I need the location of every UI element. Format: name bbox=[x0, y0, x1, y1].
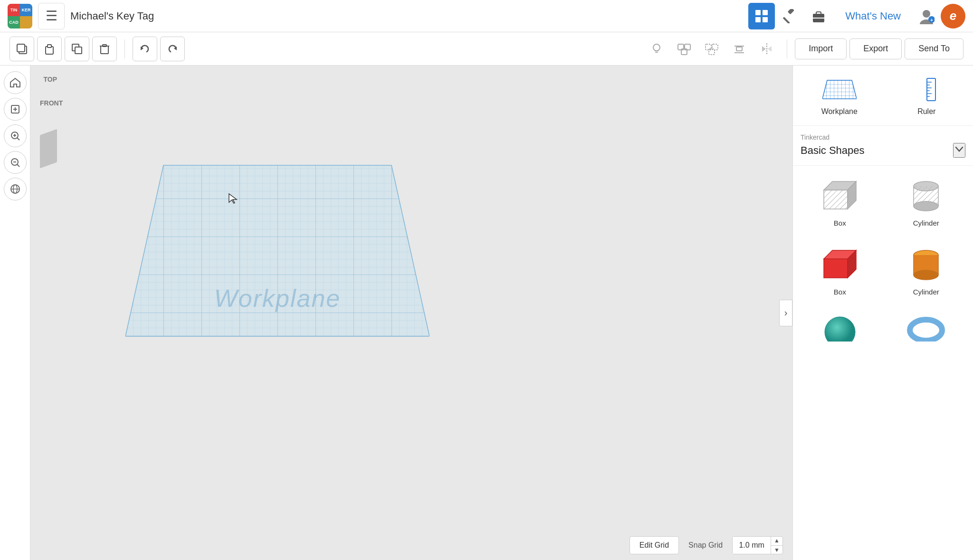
shape-selector-row: Basic Shapes bbox=[801, 143, 965, 158]
chevron-right-icon: › bbox=[784, 307, 788, 318]
user-area: + e bbox=[914, 4, 965, 28]
shape-item-cylinder-orange[interactable]: Cylinder bbox=[883, 235, 970, 304]
shape-label-cylinder-orange: Cylinder bbox=[913, 288, 939, 296]
delete-icon bbox=[98, 43, 111, 55]
shape-grid: Box bbox=[793, 166, 973, 342]
shape-icon-box-grey bbox=[816, 173, 864, 216]
whats-new-button[interactable]: What's New bbox=[838, 10, 908, 22]
shape-icon-box-red bbox=[816, 242, 864, 285]
ruler-tool-icon bbox=[909, 75, 944, 104]
shape-icon-torus-blue bbox=[902, 311, 950, 342]
snap-grid-label: Snap Grid bbox=[688, 541, 723, 550]
svg-line-45 bbox=[17, 164, 19, 167]
redo-button[interactable] bbox=[160, 37, 185, 61]
workplane-grid-container[interactable]: Workplane bbox=[125, 161, 429, 341]
align-button[interactable] bbox=[727, 37, 752, 61]
mirror-button[interactable] bbox=[754, 37, 779, 61]
snap-grid-up-button[interactable]: ▲ bbox=[771, 536, 782, 545]
redo-icon bbox=[166, 43, 179, 55]
svg-rect-14 bbox=[17, 44, 25, 52]
bulb-icon bbox=[650, 42, 663, 56]
user-profile-button[interactable]: + bbox=[914, 4, 939, 28]
send-to-button[interactable]: Send To bbox=[905, 38, 963, 59]
snap-grid-down-button[interactable]: ▼ bbox=[771, 545, 782, 555]
canvas-area[interactable]: TOP FRONT bbox=[30, 66, 792, 560]
snap-grid-input[interactable] bbox=[733, 536, 771, 554]
svg-rect-16 bbox=[48, 45, 51, 47]
delete-button[interactable] bbox=[92, 37, 117, 61]
svg-point-74 bbox=[914, 201, 938, 211]
shape-label-box-grey: Box bbox=[834, 219, 846, 227]
cube-top-label: TOP bbox=[43, 76, 57, 83]
fit-view-button[interactable] bbox=[4, 98, 27, 121]
hammer-icon bbox=[783, 9, 797, 23]
cube-front-face[interactable]: FRONT bbox=[40, 99, 78, 132]
svg-point-83 bbox=[825, 317, 855, 342]
light-button[interactable] bbox=[644, 37, 669, 61]
svg-point-24 bbox=[653, 44, 660, 51]
projects-button[interactable] bbox=[805, 3, 832, 29]
shape-icon-cylinder-orange bbox=[902, 242, 950, 285]
svg-rect-1 bbox=[763, 10, 768, 15]
toolbar-divider-2 bbox=[787, 39, 787, 58]
svg-rect-56 bbox=[822, 76, 857, 103]
workplane-tool-icon bbox=[822, 75, 857, 104]
logo[interactable]: TIN KER CAD bbox=[8, 4, 32, 28]
shape-item-cylinder-grey[interactable]: Cylinder bbox=[883, 166, 970, 235]
panel-collapse-button[interactable]: › bbox=[779, 300, 792, 326]
align-icon bbox=[733, 42, 746, 56]
top-bar: TIN KER CAD ☰ Michael's Key Tag bbox=[0, 0, 973, 32]
ungroup-icon bbox=[705, 42, 719, 56]
svg-rect-2 bbox=[755, 17, 761, 22]
paste-button[interactable] bbox=[37, 37, 62, 61]
svg-point-82 bbox=[914, 270, 938, 280]
shape-icon-cylinder-grey bbox=[902, 173, 950, 216]
shape-icon-sphere-teal bbox=[816, 311, 864, 342]
import-button[interactable]: Import bbox=[795, 38, 847, 59]
workplane-tool[interactable]: Workplane bbox=[801, 75, 878, 116]
mirror-icon bbox=[760, 42, 773, 56]
svg-rect-53 bbox=[125, 161, 429, 341]
shape-item-sphere-teal[interactable] bbox=[797, 304, 883, 342]
edit-grid-button[interactable]: Edit Grid bbox=[630, 536, 679, 554]
shape-library-selector: Tinkercad Basic Shapes bbox=[793, 126, 973, 166]
perspective-button[interactable] bbox=[4, 178, 27, 200]
build-view-button[interactable] bbox=[777, 3, 803, 29]
export-button[interactable]: Export bbox=[849, 38, 902, 59]
duplicate-button[interactable] bbox=[65, 37, 89, 61]
ungroup-button[interactable] bbox=[699, 37, 724, 61]
undo-icon bbox=[139, 43, 151, 55]
svg-rect-18 bbox=[75, 47, 82, 54]
panel-tools: Workplane Ruler bbox=[793, 66, 973, 126]
view-cube[interactable]: TOP FRONT bbox=[40, 75, 97, 132]
left-sidebar bbox=[0, 66, 30, 560]
workplane-icon bbox=[822, 76, 857, 103]
zoom-out-button[interactable] bbox=[4, 151, 27, 174]
cube-top-face[interactable]: TOP bbox=[34, 75, 83, 99]
copy-button[interactable] bbox=[10, 37, 34, 61]
doc-list-icon-button[interactable]: ☰ bbox=[38, 3, 65, 29]
home-button[interactable] bbox=[4, 71, 27, 94]
suitcase-icon bbox=[811, 9, 826, 23]
group-button[interactable] bbox=[672, 37, 696, 61]
ruler-icon bbox=[914, 76, 940, 103]
nav-icons bbox=[748, 3, 832, 29]
perspective-icon bbox=[10, 183, 21, 195]
shape-library-dropdown-button[interactable] bbox=[953, 143, 965, 158]
shape-item-box-grey[interactable]: Box bbox=[797, 166, 883, 235]
shape-item-torus-blue[interactable] bbox=[883, 304, 970, 342]
svg-marker-35 bbox=[762, 46, 766, 52]
ruler-tool[interactable]: Ruler bbox=[888, 75, 966, 116]
profile-avatar[interactable]: e bbox=[941, 4, 965, 28]
grid-view-button[interactable] bbox=[748, 3, 775, 29]
cube-side-face[interactable] bbox=[40, 129, 57, 168]
home-icon bbox=[10, 77, 21, 88]
svg-marker-36 bbox=[768, 46, 772, 52]
undo-button[interactable] bbox=[133, 37, 157, 61]
chevron-down-icon bbox=[954, 144, 964, 154]
project-title: Michael's Key Tag bbox=[70, 10, 743, 22]
zoom-in-button[interactable] bbox=[4, 124, 27, 147]
shape-item-box-red[interactable]: Box bbox=[797, 235, 883, 304]
svg-rect-58 bbox=[927, 78, 935, 101]
copy-icon bbox=[16, 43, 28, 55]
